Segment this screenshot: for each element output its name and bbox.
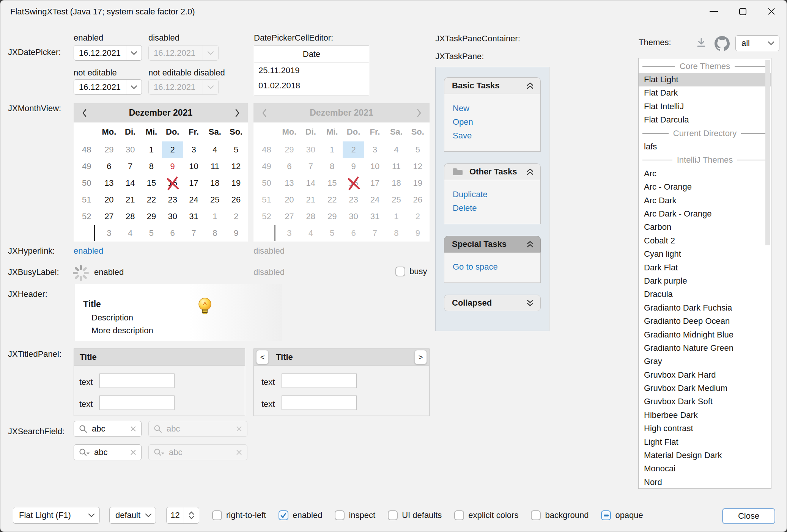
calendar-day-cell[interactable]: 1 bbox=[204, 208, 225, 225]
calendar-day-cell[interactable]: 1 bbox=[141, 141, 162, 158]
checkbox-box[interactable] bbox=[388, 510, 398, 520]
titled-panel-next-button[interactable]: > bbox=[414, 350, 427, 364]
spinner-value[interactable]: 12 bbox=[167, 507, 184, 523]
theme-list-item[interactable]: Gruvbox Dark Hard bbox=[639, 368, 771, 381]
calendar-day-cell[interactable]: 14 bbox=[120, 175, 141, 191]
theme-list-item[interactable]: Flat Darcula bbox=[639, 113, 771, 127]
checkbox-box[interactable] bbox=[454, 510, 464, 520]
themes-filter-combo[interactable]: all bbox=[735, 35, 779, 51]
table-row[interactable]: 25.11.2019 bbox=[254, 63, 369, 78]
hyperlink-enabled[interactable]: enabled bbox=[74, 246, 103, 256]
calendar-day-cell[interactable]: 30 bbox=[120, 141, 141, 158]
calendar-day-cell[interactable]: 23 bbox=[162, 191, 183, 208]
theme-list-item[interactable]: Gradianto Nature Green bbox=[639, 341, 771, 355]
calendar-day-cell[interactable]: 28 bbox=[120, 208, 141, 225]
theme-list-item[interactable]: Arc - Orange bbox=[639, 180, 771, 194]
checkbox-explicit-colors[interactable]: explicit colors bbox=[454, 510, 518, 520]
close-button[interactable]: Close bbox=[722, 508, 775, 524]
calendar-day-cell[interactable]: 21 bbox=[120, 191, 141, 208]
datepicker-dropdown-button[interactable] bbox=[126, 46, 142, 60]
task-link[interactable]: Delete bbox=[453, 201, 540, 215]
checkbox-background[interactable]: background bbox=[531, 510, 589, 520]
datepicker-dropdown-button[interactable] bbox=[126, 80, 142, 94]
checkbox-enabled[interactable]: enabled bbox=[279, 510, 322, 520]
checkbox-inspect[interactable]: inspect bbox=[335, 510, 375, 520]
calendar-day-cell[interactable]: 30 bbox=[162, 208, 183, 225]
calendar-day-cell[interactable]: 6 bbox=[98, 158, 120, 175]
title-bar[interactable]: FlatSwingXTest (Java 17; system scale fa… bbox=[0, 0, 787, 23]
collapse-icon[interactable] bbox=[526, 240, 534, 248]
calendar-day-cell[interactable]: 24 bbox=[183, 191, 205, 208]
taskpane-header[interactable]: Basic Tasks bbox=[444, 77, 541, 94]
theme-list-item[interactable]: Dark Flat bbox=[639, 261, 771, 274]
maximize-button[interactable] bbox=[728, 0, 757, 22]
calendar-day-cell[interactable]: 17 bbox=[183, 175, 205, 191]
task-link[interactable]: Duplicate bbox=[453, 188, 540, 201]
laf-combo[interactable]: Flat Light (F1) bbox=[13, 507, 100, 524]
checkbox-box[interactable] bbox=[279, 510, 288, 520]
datepicker-not-editable[interactable]: 16.12.2021 bbox=[74, 79, 142, 95]
text-field[interactable] bbox=[282, 395, 357, 410]
style-combo[interactable]: default bbox=[109, 507, 156, 524]
calendar-day-cell[interactable]: 2 bbox=[225, 208, 247, 225]
search-input[interactable]: abc bbox=[94, 447, 130, 457]
calendar-day-cell[interactable]: 8 bbox=[204, 225, 225, 242]
search-field-with-menu-enabled[interactable]: abc bbox=[74, 444, 142, 460]
table-column-header[interactable]: Date bbox=[254, 46, 369, 63]
theme-list-item[interactable]: Flat Light bbox=[639, 73, 771, 86]
theme-list-item[interactable]: Nord bbox=[639, 476, 771, 489]
text-field[interactable] bbox=[99, 395, 175, 410]
theme-list-item[interactable]: Gruvbox Dark Soft bbox=[639, 395, 771, 408]
calendar-day-cell[interactable]: 7 bbox=[183, 225, 205, 242]
calendar-day-cell[interactable]: 8 bbox=[141, 158, 162, 175]
calendar-day-cell[interactable]: 9 bbox=[162, 158, 183, 175]
checkbox-opaque[interactable]: opaque bbox=[601, 510, 643, 520]
calendar-day-cell[interactable]: 2 bbox=[162, 141, 183, 158]
calendar-day-cell[interactable]: 7 bbox=[120, 158, 141, 175]
task-link[interactable]: New bbox=[453, 102, 540, 115]
theme-list-item[interactable]: Gradianto Dark Fuchsia bbox=[639, 301, 771, 314]
theme-list-item[interactable]: Dracula bbox=[639, 288, 771, 301]
collapse-icon[interactable] bbox=[526, 82, 534, 89]
checkbox-busy[interactable]: busy bbox=[395, 267, 427, 276]
checkbox-box[interactable] bbox=[601, 510, 611, 520]
theme-list-item[interactable]: Arc bbox=[639, 167, 771, 180]
calendar-day-cell[interactable]: 12 bbox=[225, 158, 247, 175]
checkbox-box[interactable] bbox=[212, 510, 222, 520]
search-menu-icon[interactable] bbox=[79, 448, 90, 457]
clear-icon[interactable] bbox=[130, 449, 137, 456]
calendar-day-cell[interactable]: 25 bbox=[204, 191, 225, 208]
spinner-arrows[interactable] bbox=[184, 507, 199, 523]
titled-panel-prev-button[interactable]: < bbox=[256, 350, 269, 364]
checkbox-ui-defaults[interactable]: UI defaults bbox=[388, 510, 442, 520]
theme-list-item[interactable]: Hiberbee Dark bbox=[639, 408, 771, 422]
text-field[interactable] bbox=[282, 373, 357, 388]
calendar-day-cell[interactable]: 22 bbox=[141, 191, 162, 208]
theme-list-item[interactable]: Material Design Dark bbox=[639, 449, 771, 462]
calendar-day-cell[interactable]: 4 bbox=[204, 141, 225, 158]
search-field-enabled[interactable]: abc bbox=[74, 421, 142, 437]
theme-list-item[interactable]: Dark purple bbox=[639, 274, 771, 287]
datepicker-value[interactable]: 16.12.2021 bbox=[74, 46, 126, 60]
table-row[interactable]: 01.02.2018 bbox=[254, 78, 369, 93]
text-field[interactable] bbox=[99, 373, 175, 388]
calendar-day-cell[interactable]: 6 bbox=[162, 225, 183, 242]
theme-list-item[interactable]: Gray bbox=[639, 355, 771, 368]
theme-list-item[interactable]: Flat IntelliJ bbox=[639, 100, 771, 113]
prev-month-icon[interactable] bbox=[74, 108, 95, 118]
theme-list-item[interactable]: Gruvbox Dark Medium bbox=[639, 381, 771, 395]
calendar-day-cell[interactable]: 10 bbox=[183, 158, 205, 175]
calendar-day-cell[interactable]: 3 bbox=[98, 225, 120, 242]
calendar-day-cell[interactable]: 27 bbox=[98, 208, 120, 225]
calendar-day-cell[interactable]: 29 bbox=[98, 141, 120, 158]
theme-list-item[interactable]: Monocai bbox=[639, 462, 771, 476]
expand-icon[interactable] bbox=[526, 299, 534, 307]
checkbox-box[interactable] bbox=[395, 267, 405, 276]
theme-list-item[interactable]: Flat Dark bbox=[639, 86, 771, 100]
theme-list-item[interactable]: Carbon bbox=[639, 221, 771, 234]
minimize-button[interactable] bbox=[699, 0, 728, 22]
theme-list-item[interactable]: Arc Dark bbox=[639, 194, 771, 207]
theme-list-item[interactable]: lafs bbox=[639, 140, 771, 153]
calendar-day-cell[interactable]: 18 bbox=[204, 175, 225, 191]
taskpane-header[interactable]: Other Tasks bbox=[444, 163, 541, 180]
